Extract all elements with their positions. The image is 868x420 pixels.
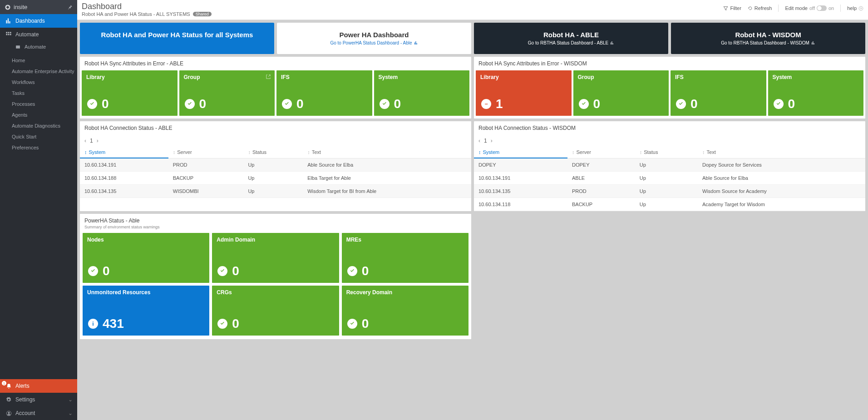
- table-cell: 10.60.134.135: [474, 185, 567, 198]
- pager-page: 1: [484, 138, 487, 144]
- tile-ifs[interactable]: IFS0: [276, 70, 372, 116]
- table-cell: Up: [243, 185, 303, 198]
- sidebar-item-tasks[interactable]: Tasks: [12, 88, 77, 99]
- tile-crgs[interactable]: CRGs0: [212, 286, 339, 336]
- filter-button[interactable]: Filter: [723, 5, 741, 11]
- tile-label: Group: [578, 74, 665, 80]
- sidebar-item-agents[interactable]: Agents: [12, 109, 77, 120]
- tile-unmonitored-resources[interactable]: Unmonitored Resourcesi431: [83, 286, 209, 336]
- popout-icon[interactable]: [266, 74, 271, 79]
- sidebar-item-dashboards[interactable]: Dashboards: [0, 14, 77, 28]
- table-cell: Wisdom Source for Academy: [698, 185, 865, 198]
- table-cell: 10.60.134.135: [80, 185, 168, 198]
- page-subtitle: Robot HA and Power HA Status - ALL SYSTE…: [82, 11, 190, 17]
- table-row[interactable]: 10.60.134.191PRODUpAble Source for Elba: [80, 158, 471, 172]
- sidebar-label: Automate: [15, 31, 39, 38]
- table-row[interactable]: 10.60.134.188BACKUPUpElba Target for Abl…: [80, 172, 471, 185]
- sidebar-menu: Home Automate Enterprise Activity Workfl…: [0, 52, 77, 156]
- tile-label: Library: [86, 74, 173, 80]
- table-row[interactable]: 10.60.134.135WISDOMBIUpWisdom Target for…: [80, 185, 471, 198]
- col-text[interactable]: ↕Text: [698, 147, 865, 158]
- tile-group[interactable]: Group0: [573, 70, 669, 116]
- table-row[interactable]: 10.60.134.191ABLEUpAble Source for Elba: [474, 172, 865, 185]
- tile-group[interactable]: Group0: [179, 70, 275, 116]
- table-cell: 10.60.134.118: [474, 198, 567, 211]
- tile-value: 0: [690, 97, 698, 111]
- help-button[interactable]: help ?: [847, 5, 863, 11]
- tile-nodes[interactable]: Nodes0: [83, 233, 209, 283]
- pin-icon[interactable]: [67, 5, 73, 10]
- table-row[interactable]: DOPEYDOPEYUpDopey Source for Services: [474, 158, 865, 172]
- tile-ifs[interactable]: IFS0: [671, 70, 766, 116]
- chevron-down-icon: ⌄: [68, 396, 73, 403]
- table-row[interactable]: 10.60.134.118BACKUPUpAcademy Target for …: [474, 198, 865, 211]
- table-cell: ABLE: [567, 172, 635, 185]
- sidebar-item-automate[interactable]: Automate: [0, 28, 77, 41]
- sidebar-item-quickstart[interactable]: Quick Start: [12, 131, 77, 142]
- sidebar-sub-automate[interactable]: Automate: [0, 41, 77, 52]
- tile-label: System: [379, 74, 465, 80]
- alerts-badge: 1: [2, 381, 6, 385]
- pager-prev[interactable]: ‹: [84, 138, 86, 144]
- tab-all-systems[interactable]: Robot HA and Power HA Status for all Sys…: [80, 23, 274, 54]
- svg-rect-4: [8, 34, 10, 35]
- sidebar-label: Settings: [15, 396, 35, 403]
- tab-powerha[interactable]: Power HA Dashboard Go to PowerHA Status …: [277, 23, 471, 54]
- refresh-button[interactable]: Refresh: [748, 5, 772, 11]
- col-server[interactable]: ↕Server: [567, 147, 635, 158]
- pager-prev[interactable]: ‹: [478, 138, 480, 144]
- col-system[interactable]: ↕System: [474, 147, 567, 158]
- panel-title: Robot HA Connection Status - WISDOM: [474, 121, 865, 135]
- edit-mode-toggle[interactable]: Edit mode off on: [785, 5, 834, 11]
- table-row[interactable]: 10.60.134.135PRODUpWisdom Source for Aca…: [474, 185, 865, 198]
- sidebar-item-home[interactable]: Home: [12, 55, 77, 66]
- table-cell: Academy Target for Wisdom: [698, 198, 865, 211]
- panel-conn-wisdom: Robot HA Connection Status - WISDOM ‹ 1 …: [474, 121, 865, 211]
- sidebar-item-enterprise[interactable]: Automate Enterprise Activity: [12, 66, 77, 77]
- tile-value: 431: [103, 316, 124, 331]
- svg-rect-1: [8, 32, 10, 33]
- table-cell: Able Source for Elba: [698, 172, 865, 185]
- table-cell: PROD: [168, 158, 244, 172]
- sidebar-item-processes[interactable]: Processes: [12, 99, 77, 109]
- panel-title: Robot HA Sync Attributes in Error - ABLE: [80, 57, 471, 70]
- tile-value: 0: [232, 264, 239, 278]
- col-system[interactable]: ↕System: [80, 147, 168, 158]
- pager-next[interactable]: ›: [97, 138, 99, 144]
- col-status[interactable]: ↕Status: [243, 147, 303, 158]
- tile-recovery-domain[interactable]: Recovery Domain0: [342, 286, 469, 336]
- sort-icon: ↕: [248, 149, 251, 155]
- col-server[interactable]: ↕Server: [168, 147, 244, 158]
- panel-subtitle: Summary of environment status warnings: [84, 225, 467, 229]
- tile-library[interactable]: Library−1: [476, 70, 572, 116]
- tile-system[interactable]: System0: [374, 70, 470, 116]
- sidebar-item-diagnostics[interactable]: Automate Diagnostics: [12, 120, 77, 131]
- sidebar-item-settings[interactable]: Settings ⌄: [0, 393, 77, 406]
- brand-label: insite: [14, 4, 27, 10]
- tile-value: 0: [788, 97, 795, 111]
- tile-label: MREs: [346, 237, 464, 243]
- table-cell: Up: [635, 172, 698, 185]
- tab-robotha-able[interactable]: Robot HA - ABLE Go to RBTHA Status Dashb…: [474, 23, 668, 54]
- tile-label: CRGs: [217, 289, 334, 296]
- check-icon: [579, 99, 589, 109]
- tile-library[interactable]: Library0: [82, 70, 178, 116]
- sidebar-item-preferences[interactable]: Preferences: [12, 142, 77, 153]
- sidebar-item-workflows[interactable]: Workflows: [12, 77, 77, 88]
- tab-robotha-wisdom[interactable]: Robot HA - WISDOM Go to RBTHA Status Das…: [671, 23, 865, 54]
- tile-admin-domain[interactable]: Admin Domain0: [212, 233, 339, 283]
- pager-next[interactable]: ›: [491, 138, 493, 144]
- table-cell: WISDOMBI: [168, 185, 244, 198]
- sidebar-item-alerts[interactable]: 1 Alerts: [0, 379, 77, 393]
- tile-mres[interactable]: MREs0: [342, 233, 469, 283]
- sidebar-item-account[interactable]: Account ⌄: [0, 406, 77, 420]
- chart-icon: [811, 41, 815, 45]
- col-text[interactable]: ↕Text: [303, 147, 471, 158]
- svg-rect-2: [10, 32, 11, 33]
- col-status[interactable]: ↕Status: [635, 147, 698, 158]
- tile-system[interactable]: System0: [768, 70, 864, 116]
- table-cell: Up: [635, 198, 698, 211]
- sidebar-label: Alerts: [15, 383, 30, 389]
- table-cell: 10.60.134.191: [80, 158, 168, 172]
- toggle-switch[interactable]: [817, 5, 827, 11]
